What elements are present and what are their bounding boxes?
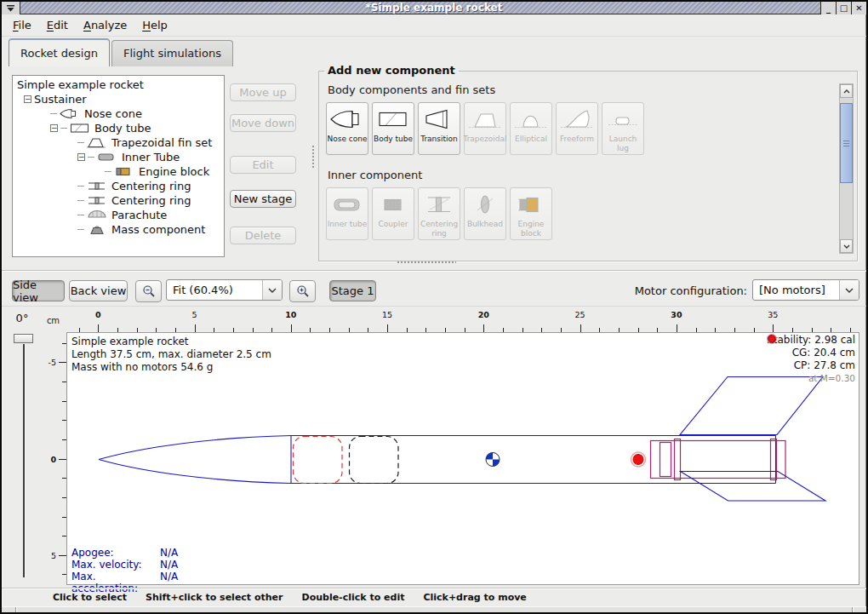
tree-expander-icon[interactable]: − <box>24 95 31 103</box>
centering-ring-large-icon <box>421 191 457 218</box>
cp-value: CP: 27.8 cm <box>794 359 855 372</box>
ruler-label: 20 <box>478 310 489 319</box>
add-elliptical-button[interactable]: Elliptical <box>510 102 552 155</box>
add-inner-tube-button[interactable]: Inner tube <box>326 187 368 240</box>
side-view-button[interactable]: Side view <box>12 280 65 301</box>
tabbar: Rocket designFlight simulations <box>2 37 866 66</box>
component-scrollbar[interactable] <box>839 83 854 254</box>
add-centering-ring-button[interactable]: Centering ring <box>418 187 460 240</box>
centering-ring-icon <box>87 195 107 206</box>
zoom-in-icon <box>296 284 310 298</box>
component-button-label: Nose cone <box>327 135 367 144</box>
maximize-button[interactable]: □ <box>836 2 851 14</box>
motor-configuration-label: Motor configuration: <box>635 284 747 297</box>
titlebar[interactable]: *Simple example rocket _□✕ <box>2 2 866 14</box>
move-up-button: Move up <box>230 83 296 101</box>
add-trapezoidal-button[interactable]: Trapezoidal <box>464 102 506 155</box>
tree-expander-icon[interactable]: − <box>77 153 85 161</box>
flight-row: Max. velocity:N/A <box>71 559 178 571</box>
menu-item-help[interactable]: Help <box>134 15 175 35</box>
tree-item-centering-ring[interactable]: Centering ring <box>13 179 224 193</box>
component-button-label: Trapezoidal <box>463 135 506 144</box>
add-component-title: Add new component <box>324 64 459 77</box>
scroll-up-button[interactable] <box>840 84 853 98</box>
add-coupler-button[interactable]: Coupler <box>372 187 414 240</box>
zoom-out-button[interactable] <box>135 280 162 302</box>
tree-item-sustainer[interactable]: −Sustainer <box>13 92 224 106</box>
centering-ring-icon <box>87 181 107 192</box>
engine-block-large-icon <box>513 191 549 218</box>
launch-lug-large-icon <box>605 106 641 133</box>
ruler-label: 10 <box>285 310 296 319</box>
chevron-up-icon <box>843 89 850 94</box>
new-stage-button[interactable]: New stage <box>230 190 296 208</box>
tree-item-label: Inner Tube <box>122 151 180 164</box>
zoom-in-button[interactable] <box>289 280 316 302</box>
inner-tube-icon <box>97 152 117 163</box>
cg-marker <box>486 453 500 467</box>
window-title: *Simple example rocket <box>2 2 866 14</box>
tree-item-body-tube[interactable]: −Body tube <box>13 121 224 135</box>
component-button-label: Launch lug <box>602 135 643 153</box>
cp-marker <box>631 452 646 467</box>
flight-label: Max. velocity: <box>71 559 160 571</box>
edit-button: Edit <box>230 156 296 174</box>
add-nose-cone-button[interactable]: Nose cone <box>326 102 368 155</box>
ruler-label: -5 <box>49 358 56 367</box>
menu-item-edit[interactable]: Edit <box>39 15 76 35</box>
trapezoidal-fin-icon <box>87 137 107 148</box>
close-icon: ✕ <box>855 3 862 13</box>
tab-rocket-design[interactable]: Rocket design <box>9 38 110 66</box>
add-bulkhead-button[interactable]: Bulkhead <box>464 187 506 240</box>
tree-item-nose-cone[interactable]: Nose cone <box>13 106 224 121</box>
resize-grip-left[interactable] <box>15 607 16 612</box>
stage-1-toggle[interactable]: Stage 1 <box>329 280 376 301</box>
component-button-label: Transition <box>420 135 458 144</box>
menu-item-file[interactable]: File <box>5 15 39 35</box>
tree-item-inner-tube[interactable]: −Inner Tube <box>13 150 224 164</box>
close-button[interactable]: ✕ <box>851 2 866 14</box>
scroll-down-button[interactable] <box>840 239 853 253</box>
horizontal-splitter[interactable] <box>397 261 456 265</box>
tree-expander-icon[interactable]: − <box>50 124 58 132</box>
tree-item-trapezoidal-fin-set[interactable]: Trapezoidal fin set <box>13 135 224 150</box>
tree-item-label: Sustainer <box>34 93 87 106</box>
add-launch-lug-button[interactable]: Launch lug <box>602 102 644 155</box>
tree-item-engine-block[interactable]: Engine block <box>13 164 224 179</box>
tree-item-centering-ring[interactable]: Centering ring <box>13 193 224 208</box>
engine-block-icon <box>114 166 134 177</box>
motor-configuration-select[interactable]: [No motors] <box>752 279 859 301</box>
zoom-level-select[interactable]: Fit (60.4%) <box>166 279 283 301</box>
tree-item-parachute[interactable]: Parachute <box>13 208 224 222</box>
tree-item-simple-example-rocket[interactable]: Simple example rocket <box>13 77 224 92</box>
coupler-large-icon <box>375 191 411 218</box>
rocket-canvas[interactable]: Simple example rocket Length 37.5 cm, ma… <box>66 332 859 585</box>
component-button-label: Inner tube <box>328 220 368 229</box>
rotation-slider-handle[interactable] <box>14 334 33 343</box>
tree-item-mass-component[interactable]: Mass component <box>13 222 224 237</box>
add-freeform-button[interactable]: Freeform <box>556 102 598 155</box>
ruler-label: 15 <box>382 310 392 319</box>
tab-flight-simulations[interactable]: Flight simulations <box>111 40 233 66</box>
component-button-label: Engine block <box>511 220 551 238</box>
resize-grip-right[interactable] <box>852 607 853 612</box>
rocket-figure-region: 0° cm 05101520253035 -505 <box>2 307 866 588</box>
back-view-button[interactable]: Back view <box>69 280 128 301</box>
horizontal-ruler: 05101520253035 <box>66 309 859 332</box>
chevron-down-icon <box>843 244 850 249</box>
stability-value: Stability: 2.98 cal <box>767 334 855 347</box>
component-tree[interactable]: Simple example rocket−SustainerNose cone… <box>12 75 225 257</box>
section-label: Inner component <box>328 169 857 181</box>
add-body-tube-button[interactable]: Body tube <box>372 102 414 155</box>
rotation-slider-track[interactable] <box>23 344 25 577</box>
vertical-splitter[interactable] <box>311 145 316 169</box>
add-engine-block-button[interactable]: Engine block <box>510 187 552 240</box>
flight-row: Apogee:N/A <box>71 547 178 559</box>
minimize-icon: _ <box>826 3 831 13</box>
add-transition-button[interactable]: Transition <box>418 102 460 155</box>
freeform-fin-large-icon <box>559 106 595 133</box>
window-controls: _□✕ <box>820 2 866 14</box>
menu-item-analyze[interactable]: Analyze <box>76 15 134 35</box>
minimize-button[interactable]: _ <box>820 2 836 14</box>
scroll-thumb[interactable] <box>840 103 853 183</box>
